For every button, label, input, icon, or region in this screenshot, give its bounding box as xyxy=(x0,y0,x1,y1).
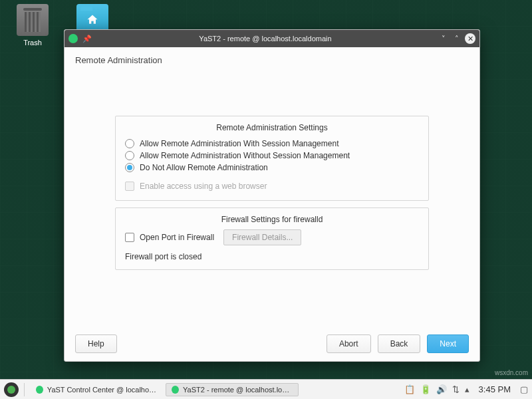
next-button[interactable]: Next xyxy=(427,334,469,353)
radio-icon xyxy=(125,151,134,160)
window-title: YaST2 - remote @ localhost.localdomain xyxy=(92,35,438,43)
radio-label: Allow Remote Administration With Session… xyxy=(140,139,338,148)
checkbox-web-browser: Enable access using a web browser xyxy=(125,180,419,192)
task-item-yast-control-center[interactable]: YaST Control Center @ localhost.lo... xyxy=(30,383,163,396)
desktop-icon-label: Trash xyxy=(9,39,56,47)
radio-label: Allow Remote Administration Without Sess… xyxy=(140,151,350,160)
system-tray: 📋 🔋 🔊 ⇅ ▴ 3:45 PM ▢ xyxy=(404,384,528,394)
tray-chevron-icon[interactable]: ▴ xyxy=(465,384,469,394)
minimize-button[interactable]: ˅ xyxy=(438,33,449,44)
radio-label: Do Not Allow Remote Administration xyxy=(140,163,268,172)
radio-do-not-allow[interactable]: Do Not Allow Remote Administration xyxy=(125,162,419,174)
network-icon[interactable]: ⇅ xyxy=(452,384,460,394)
radio-allow-with-session[interactable]: Allow Remote Administration With Session… xyxy=(125,138,419,150)
checkbox-icon xyxy=(125,182,134,191)
desktop-icon-trash[interactable]: Trash xyxy=(9,4,56,47)
app-icon xyxy=(172,386,179,394)
group-remote-admin: Remote Administration Settings Allow Rem… xyxy=(115,116,429,201)
window-body: Remote Administration Remote Administrat… xyxy=(65,47,479,361)
clock[interactable]: 3:45 PM xyxy=(475,384,515,394)
page-title: Remote Administration xyxy=(75,55,469,65)
clipboard-icon[interactable]: 📋 xyxy=(404,384,415,394)
radio-icon xyxy=(125,139,134,148)
close-button[interactable]: ✕ xyxy=(465,33,475,44)
taskbar: YaST Control Center @ localhost.lo... Ya… xyxy=(0,379,532,399)
group-legend: Firewall Settings for firewalld xyxy=(125,215,419,224)
task-item-label: YaST Control Center @ localhost.lo... xyxy=(47,386,157,394)
trash-icon xyxy=(17,4,49,36)
yast-window: 📌 YaST2 - remote @ localhost.localdomain… xyxy=(64,29,480,362)
maximize-button[interactable]: ˄ xyxy=(452,33,462,44)
taskbar-separator xyxy=(24,383,25,396)
battery-icon[interactable]: 🔋 xyxy=(420,384,431,394)
app-icon xyxy=(68,34,78,43)
checkbox-open-port[interactable]: Open Port in Firewall xyxy=(125,231,214,243)
firewall-status-text: Firewall port is closed xyxy=(125,252,419,261)
app-icon xyxy=(36,386,43,394)
group-legend: Remote Administration Settings xyxy=(125,123,419,132)
wizard-button-bar: Help Abort Back Next xyxy=(75,328,469,353)
checkbox-label: Enable access using a web browser xyxy=(140,182,267,191)
help-button[interactable]: Help xyxy=(75,334,117,353)
task-item-yast-remote[interactable]: YaST2 - remote @ localhost.locald... xyxy=(166,383,299,396)
checkbox-icon xyxy=(125,233,134,242)
group-firewall: Firewall Settings for firewalld Open Por… xyxy=(115,207,429,270)
svg-point-0 xyxy=(7,386,15,394)
watermark: wsxdn.com xyxy=(495,369,528,376)
pin-icon[interactable]: 📌 xyxy=(82,33,92,44)
radio-allow-without-session[interactable]: Allow Remote Administration Without Sess… xyxy=(125,150,419,162)
abort-button[interactable]: Abort xyxy=(327,334,371,353)
task-item-label: YaST2 - remote @ localhost.locald... xyxy=(183,386,293,394)
start-button[interactable] xyxy=(4,382,19,397)
back-button[interactable]: Back xyxy=(378,334,421,353)
radio-icon xyxy=(125,163,134,172)
volume-icon[interactable]: 🔊 xyxy=(436,384,447,394)
window-titlebar[interactable]: 📌 YaST2 - remote @ localhost.localdomain… xyxy=(65,30,479,47)
checkbox-label: Open Port in Firewall xyxy=(140,233,214,242)
firewall-details-button: Firewall Details... xyxy=(223,229,301,245)
show-desktop-icon[interactable]: ▢ xyxy=(520,384,528,394)
